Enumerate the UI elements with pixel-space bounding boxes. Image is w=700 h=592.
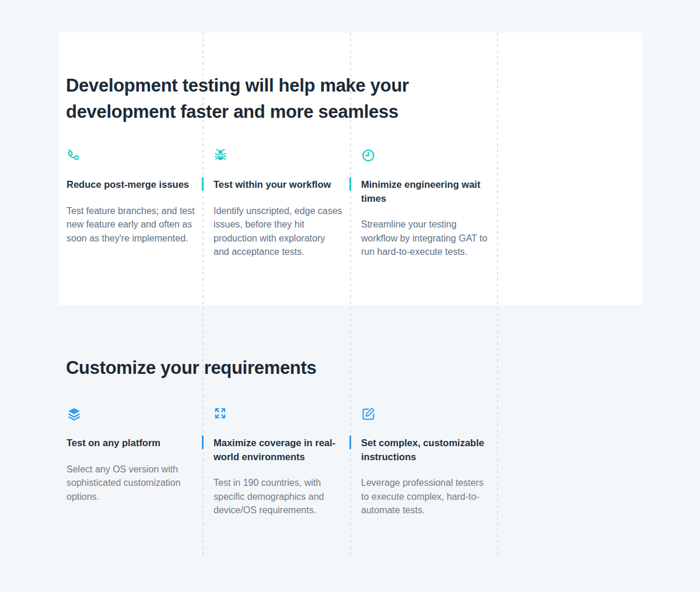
- merge-icon: [66, 148, 82, 163]
- section-title-line: development faster and more seamless: [66, 99, 486, 125]
- feature-column-any-platform: Test on any platform Select any OS versi…: [66, 407, 196, 503]
- feature-column-custom-instructions: Set complex, customizable instructions L…: [361, 407, 491, 517]
- section-title-customize-requirements: Customize your requirements: [66, 355, 486, 381]
- feature-body: Streamline your testing workflow by inte…: [361, 218, 491, 259]
- feature-column-reduce-post-merge: Reduce post-merge issues Test feature br…: [66, 148, 196, 245]
- heading-accent-bar: [202, 177, 204, 191]
- bug-icon: [214, 148, 229, 163]
- section-title-development-testing: Development testing will help make your …: [66, 72, 486, 125]
- feature-body: Identify unscripted, edge cases issues, …: [214, 204, 343, 259]
- clock-icon: [361, 148, 376, 163]
- heading-accent-bar: [349, 177, 351, 191]
- section-title-line: Customize your requirements: [66, 355, 486, 381]
- feature-heading: Minimize engineering wait times: [361, 178, 491, 205]
- feature-body: Test feature branches; and test new feat…: [66, 204, 196, 246]
- feature-heading: Test within your workflow: [214, 178, 343, 192]
- expand-arrows-icon: [214, 407, 229, 422]
- feature-heading: Set complex, customizable instructions: [361, 436, 491, 464]
- feature-body: Test in 190 countries, with specific dem…: [214, 476, 343, 517]
- section-title-line: Development testing will help make your: [66, 72, 486, 99]
- feature-heading: Reduce post-merge issues: [66, 178, 196, 192]
- feature-body: Select any OS version with sophisticated…: [66, 463, 196, 504]
- heading-accent-bar: [349, 436, 351, 449]
- feature-heading: Maximize coverage in real-world environm…: [214, 436, 343, 464]
- feature-body: Leverage professional testers to execute…: [361, 476, 491, 517]
- feature-heading: Test on any platform: [66, 436, 196, 450]
- feature-column-real-world-coverage: Maximize coverage in real-world environm…: [214, 407, 343, 517]
- column-divider: [497, 33, 498, 558]
- feature-column-minimize-wait-times: Minimize engineering wait times Streamli…: [361, 148, 491, 259]
- heading-accent-bar: [202, 436, 204, 449]
- edit-icon: [361, 407, 376, 422]
- layers-icon: [66, 407, 82, 422]
- feature-column-test-workflow: Test within your workflow Identify unscr…: [214, 148, 343, 259]
